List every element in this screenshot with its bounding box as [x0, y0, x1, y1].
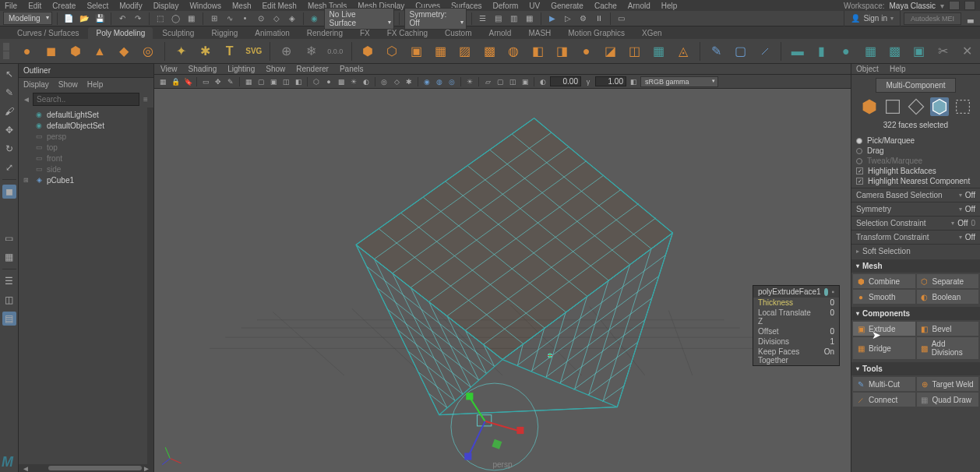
multi-cut-button[interactable]: ✎Multi-Cut: [853, 377, 915, 391]
poly-plane-icon[interactable]: ◆: [115, 41, 134, 62]
input-icon[interactable]: ▤: [492, 12, 505, 25]
attr-offset-value[interactable]: 0: [819, 327, 834, 336]
signin-button[interactable]: 👤 Sign in ▾: [844, 11, 901, 26]
open-scene-icon[interactable]: 📂: [78, 12, 90, 25]
vp-light-icon[interactable]: ☀: [348, 76, 359, 87]
tree-defaultlightset[interactable]: ◉defaultLightSet: [19, 109, 153, 120]
output-icon[interactable]: ▥: [508, 12, 520, 25]
tab-arnold[interactable]: Arnold: [481, 27, 519, 39]
extrude-button[interactable]: ▣Extrude: [853, 322, 915, 336]
history-icon[interactable]: ☰: [477, 12, 489, 25]
multi-cut-icon[interactable]: ✎: [707, 41, 726, 62]
outliner-menu-display[interactable]: Display: [23, 80, 49, 89]
connect-button[interactable]: ⟋Connect: [853, 393, 915, 407]
uv-editor-icon[interactable]: ▣: [909, 41, 929, 62]
menu-edit-mesh[interactable]: Edit Mesh: [262, 2, 296, 10]
tab-rigging[interactable]: Rigging: [203, 27, 245, 39]
add-divisions-button[interactable]: ▩Add Divisions: [917, 337, 979, 359]
outliner-menu-show[interactable]: Show: [58, 80, 78, 89]
vp-film-gate-icon[interactable]: ▢: [256, 76, 266, 87]
vp-colorspace-dropdown[interactable]: sRGB gamma: [640, 76, 718, 87]
vp-bookmark-icon[interactable]: 🔖: [182, 76, 193, 87]
render-icon[interactable]: ▶: [546, 12, 559, 25]
paint-tool[interactable]: 🖌: [2, 104, 16, 118]
fill-hole-icon[interactable]: ◍: [504, 41, 523, 62]
vp-exposure-input[interactable]: [550, 76, 581, 86]
ipr-icon[interactable]: ▷: [562, 12, 574, 25]
svg-tool-icon[interactable]: ✱: [196, 41, 215, 62]
vp-isolate-icon[interactable]: ◎: [379, 76, 390, 87]
lasso-tool[interactable]: ✎: [2, 86, 16, 100]
vp-2d-pan-icon[interactable]: ✥: [213, 76, 224, 87]
search-back-icon[interactable]: ◄: [22, 95, 31, 104]
snap-curve-icon[interactable]: ∿: [224, 12, 236, 25]
move-tool[interactable]: ✥: [2, 123, 16, 137]
redo-icon[interactable]: ↷: [132, 12, 144, 25]
vp-image-plane-icon[interactable]: ▭: [200, 76, 211, 87]
menu-modify[interactable]: Modify: [119, 2, 142, 10]
pcube-mesh[interactable]: [356, 118, 672, 415]
mode-dropdown[interactable]: Modeling: [3, 12, 52, 25]
poly-torus-icon[interactable]: ◎: [139, 41, 158, 62]
snap-projected-icon[interactable]: ⊙: [255, 12, 267, 25]
poly-cube-icon[interactable]: ◼: [41, 41, 61, 62]
vp-aa-icon[interactable]: ◎: [446, 76, 457, 87]
construction-icon[interactable]: ▦: [523, 12, 536, 25]
tab-animation[interactable]: Animation: [247, 27, 297, 39]
multi-component-button[interactable]: Multi-Component: [876, 78, 955, 93]
extrude-manipulator[interactable]: [451, 383, 538, 470]
pin-icon[interactable]: [824, 288, 829, 296]
layout-icon[interactable]: ▭: [615, 12, 628, 25]
menu-generate[interactable]: Generate: [551, 2, 583, 10]
vp-ao-icon[interactable]: ◍: [434, 76, 445, 87]
boolean-button[interactable]: ◐Boolean: [917, 290, 979, 304]
vp-textured-icon[interactable]: ▩: [336, 76, 347, 87]
menu-edit[interactable]: Edit: [28, 2, 41, 10]
selection-constraint[interactable]: Selection Constraint▾Off0: [851, 216, 980, 230]
bridge-button[interactable]: ▦Bridge: [853, 337, 915, 359]
pick-marquee-option[interactable]: Pick/Marquee: [856, 136, 975, 146]
vp-shaded-icon[interactable]: ●: [323, 76, 334, 87]
menu-mesh[interactable]: Mesh: [232, 2, 251, 10]
vp-resolution-icon[interactable]: ▱: [482, 76, 493, 87]
menu-select[interactable]: Select: [86, 2, 108, 10]
uv-spherical-icon[interactable]: ●: [836, 41, 855, 62]
select-tool[interactable]: ↖: [2, 67, 16, 81]
tab-mash[interactable]: MASH: [520, 27, 559, 39]
bevel-button[interactable]: ◧Bevel: [917, 322, 979, 336]
paint-select-icon[interactable]: ▦: [185, 12, 198, 25]
vp-title-safe-icon[interactable]: ▣: [520, 76, 531, 87]
extrude-attribute-popup[interactable]: polyExtrudeFace1 ▪ Thickness0 Local Tran…: [753, 285, 840, 366]
symmetry-dropdown[interactable]: Symmetry: Off: [404, 8, 467, 30]
bevel-icon[interactable]: ▨: [455, 41, 474, 62]
vp-select-camera-icon[interactable]: ▦: [157, 76, 168, 87]
tree-front[interactable]: ▭front: [19, 153, 153, 164]
render-settings-icon[interactable]: ⚙: [577, 12, 590, 25]
expand-icon[interactable]: ⊞: [23, 177, 29, 184]
four-pane-icon[interactable]: ▦: [2, 250, 16, 264]
tab-curves-surfaces[interactable]: Curves / Surfaces: [9, 27, 86, 39]
mesh-section-header[interactable]: ▾Mesh: [851, 259, 980, 273]
tweak-marquee-option[interactable]: Tweak/Marquee: [856, 156, 975, 166]
snap-point-icon[interactable]: •: [239, 12, 252, 25]
vp-color-mgmt-icon[interactable]: ◧: [628, 76, 639, 87]
save-scene-icon[interactable]: 💾: [93, 12, 106, 25]
separate-button[interactable]: ⬡Separate: [917, 274, 979, 288]
bridge-icon[interactable]: ▦: [431, 41, 450, 62]
rotate-tool[interactable]: ↻: [2, 142, 16, 156]
poly-cone-icon[interactable]: ▲: [90, 41, 109, 62]
merge-icon[interactable]: ◫: [625, 41, 644, 62]
svg-icon[interactable]: SVG: [244, 41, 263, 62]
poly-sphere-icon[interactable]: ●: [17, 41, 37, 62]
target-weld-button[interactable]: ⊕Target Weld: [917, 377, 979, 391]
tab-sculpting[interactable]: Sculpting: [154, 27, 202, 39]
quad-draw-button[interactable]: ▦Quad Draw: [917, 393, 979, 407]
center-pivot-icon[interactable]: ⊕: [277, 41, 296, 62]
vertex-mode-icon[interactable]: [883, 97, 902, 116]
tree-pcube1[interactable]: ⊞◈pCube1: [19, 174, 153, 185]
vp-overscan-icon[interactable]: ◫: [507, 76, 518, 87]
uv-cylindrical-icon[interactable]: ▮: [812, 41, 831, 62]
vp-xray-icon[interactable]: ◇: [391, 76, 402, 87]
target-weld-icon[interactable]: ▢: [731, 41, 750, 62]
outliner-vscroll[interactable]: [147, 107, 153, 464]
